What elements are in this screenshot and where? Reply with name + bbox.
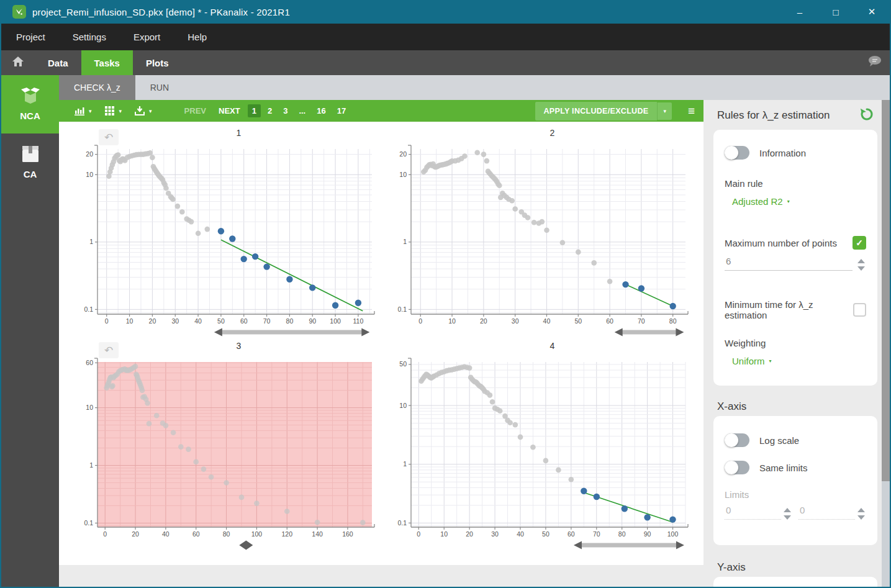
page-number-16[interactable]: 16	[312, 104, 330, 117]
data-point[interactable]	[140, 387, 145, 393]
data-point[interactable]	[171, 430, 176, 435]
data-point[interactable]	[576, 250, 581, 255]
menu-settings[interactable]: Settings	[59, 24, 120, 50]
data-point[interactable]	[115, 152, 121, 158]
selected-data-point[interactable]	[252, 253, 258, 260]
data-point[interactable]	[591, 260, 597, 266]
data-point[interactable]	[560, 240, 566, 246]
data-point[interactable]	[360, 520, 366, 525]
menu-export[interactable]: Export	[120, 24, 174, 50]
data-point[interactable]	[513, 422, 518, 428]
data-point[interactable]	[170, 197, 176, 202]
selected-data-point[interactable]	[669, 516, 676, 522]
plot-undo-button[interactable]: ↶	[99, 342, 119, 358]
data-point[interactable]	[175, 204, 181, 209]
spinner-down-icon[interactable]	[857, 266, 865, 271]
data-point[interactable]	[484, 158, 490, 164]
home-button[interactable]	[1, 50, 35, 75]
data-point[interactable]	[509, 198, 515, 204]
data-point[interactable]	[154, 413, 160, 418]
data-point[interactable]	[512, 206, 518, 212]
selected-data-point[interactable]	[229, 235, 235, 242]
data-point[interactable]	[474, 150, 480, 156]
data-point[interactable]	[497, 183, 502, 189]
data-point[interactable]	[133, 364, 138, 369]
apply-include-exclude-button[interactable]: APPLY INCLUDE/EXCLUDE	[535, 102, 658, 120]
data-point[interactable]	[544, 227, 550, 233]
information-toggle[interactable]	[725, 146, 749, 160]
data-point[interactable]	[189, 219, 194, 225]
export-plot-button[interactable]: ▾	[133, 104, 152, 118]
data-point[interactable]	[284, 509, 290, 514]
tab-tasks[interactable]: Tasks	[81, 50, 133, 75]
data-point[interactable]	[145, 400, 150, 406]
same-limits-toggle[interactable]	[725, 461, 749, 474]
menu-project[interactable]: Project	[1, 24, 59, 50]
lambda-z-range-slider[interactable]	[214, 328, 369, 337]
data-point[interactable]	[540, 219, 545, 225]
lambda-z-range-slider-collapsed[interactable]	[239, 541, 253, 550]
data-point[interactable]	[315, 520, 320, 525]
lambda-z-range-slider[interactable]	[574, 541, 684, 550]
selected-data-point[interactable]	[644, 514, 650, 520]
data-point[interactable]	[462, 153, 468, 159]
scrollbar-thumb[interactable]	[882, 100, 890, 481]
page-number-2[interactable]: 2	[263, 104, 276, 117]
feedback-button[interactable]	[860, 50, 890, 75]
main-rule-select[interactable]: Adjusted R2 ▾	[732, 196, 790, 207]
selected-data-point[interactable]	[332, 302, 338, 309]
max-points-checkbox[interactable]: ✓	[853, 236, 866, 250]
data-point[interactable]	[530, 445, 536, 450]
data-point[interactable]	[110, 383, 115, 389]
data-point[interactable]	[518, 435, 523, 440]
selected-data-point[interactable]	[622, 281, 628, 287]
reset-rules-icon[interactable]	[860, 107, 874, 124]
page-ellipsis[interactable]: ...	[294, 104, 310, 117]
data-point[interactable]	[205, 227, 210, 232]
selected-data-point[interactable]	[286, 276, 292, 283]
prev-page-button[interactable]: PREV	[179, 104, 211, 117]
page-number-1[interactable]: 1	[248, 104, 261, 117]
data-point[interactable]	[209, 474, 214, 480]
x-limit-max-input[interactable]	[798, 504, 855, 520]
min-time-checkbox[interactable]	[853, 303, 866, 317]
data-point[interactable]	[556, 468, 561, 473]
selected-data-point[interactable]	[355, 300, 361, 306]
selected-data-point[interactable]	[241, 256, 247, 262]
tab-data[interactable]: Data	[35, 50, 81, 75]
data-point[interactable]	[193, 459, 199, 465]
data-point[interactable]	[607, 279, 613, 284]
data-point[interactable]	[147, 421, 152, 427]
data-point[interactable]	[531, 220, 537, 225]
selected-data-point[interactable]	[218, 228, 224, 234]
data-point[interactable]	[497, 408, 503, 414]
data-point[interactable]	[150, 155, 155, 160]
data-point[interactable]	[186, 446, 191, 452]
selected-data-point[interactable]	[638, 285, 645, 291]
plot-type-button[interactable]: ▾	[73, 104, 92, 118]
maximize-button[interactable]: □	[818, 0, 854, 24]
data-point[interactable]	[490, 399, 495, 405]
subtab-run[interactable]: RUN	[135, 75, 184, 100]
subtab-check-lambda-z[interactable]: CHECK λ_z	[59, 75, 135, 100]
data-point[interactable]	[467, 365, 473, 371]
page-number-17[interactable]: 17	[333, 104, 350, 117]
sidebar-item-nca[interactable]: NCA	[1, 75, 59, 133]
data-point[interactable]	[147, 150, 153, 156]
data-point[interactable]	[543, 458, 549, 464]
sidebar-item-ca[interactable]: CA	[1, 133, 59, 192]
data-point[interactable]	[254, 500, 260, 506]
minimize-button[interactable]: –	[782, 0, 818, 24]
data-point[interactable]	[525, 215, 531, 220]
selected-data-point[interactable]	[581, 488, 587, 494]
x-log-scale-toggle[interactable]	[725, 433, 749, 447]
data-point[interactable]	[196, 230, 201, 236]
selected-data-point[interactable]	[309, 284, 315, 291]
data-point[interactable]	[239, 495, 245, 500]
x-limit-min-input[interactable]	[725, 504, 781, 520]
data-point[interactable]	[507, 420, 513, 425]
close-button[interactable]: ✕	[854, 0, 890, 24]
next-page-button[interactable]: NEXT	[214, 104, 245, 117]
lambda-z-range-slider[interactable]	[615, 328, 684, 337]
data-point[interactable]	[163, 186, 169, 191]
